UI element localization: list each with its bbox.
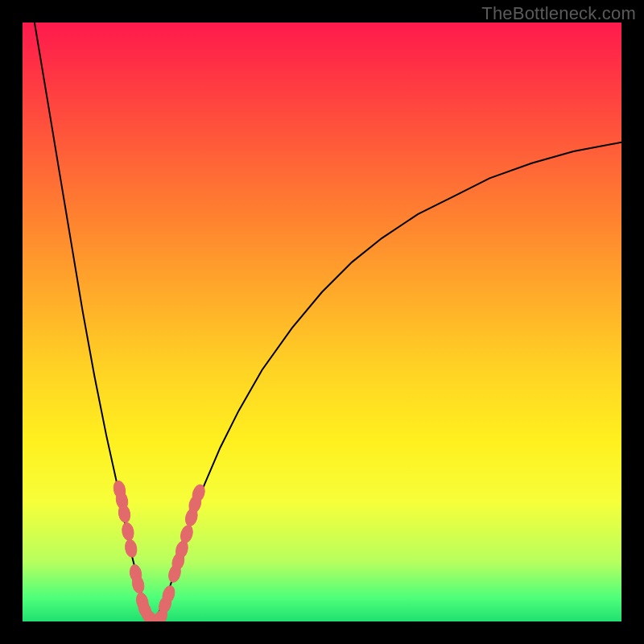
watermark-text: TheBottleneck.com [481, 3, 636, 24]
outer-frame: TheBottleneck.com [0, 0, 644, 644]
curve-bead [124, 539, 138, 558]
plot-area [23, 23, 621, 621]
curve-left-branch [35, 23, 155, 621]
curve-right-branch [155, 142, 621, 621]
curve-bead [121, 522, 135, 541]
bottleneck-curve [23, 23, 621, 621]
